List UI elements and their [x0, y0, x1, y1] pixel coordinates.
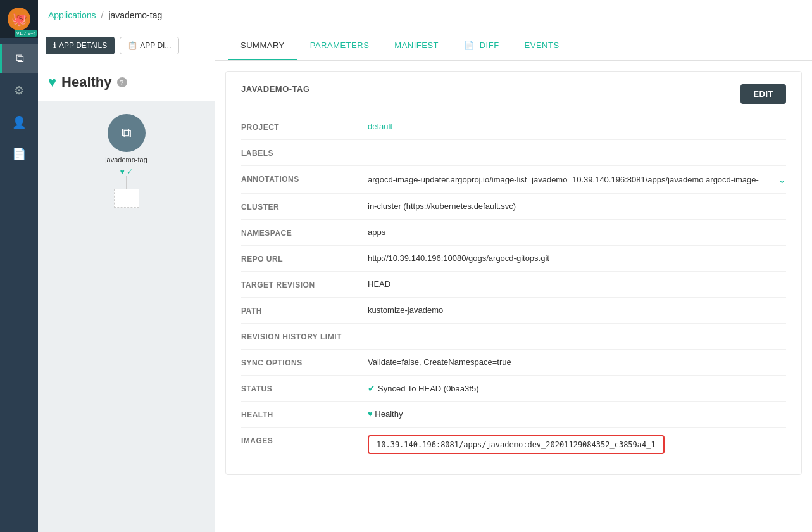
sync-check-icon: ✔: [368, 383, 375, 393]
summary-card: JAVADEMO-TAG EDIT PROJECT default LABELS: [225, 71, 802, 475]
tab-manifest[interactable]: MANIFEST: [382, 30, 451, 60]
health-text: Healthy: [61, 74, 111, 91]
label-namespace: NAMESPACE: [241, 227, 368, 238]
partial-resource-box: [114, 189, 139, 208]
detail-row-repo-url: REPO URL http://10.39.140.196:10080/gogs…: [241, 246, 786, 272]
tab-diff[interactable]: 📄 DIFF: [451, 30, 512, 60]
health-section: ♥ Healthy ?: [38, 61, 215, 101]
value-path: kustomize-javademo: [368, 305, 786, 315]
diff-tab-icon: 📄: [464, 41, 475, 50]
detail-row-target-revision: TARGET REVISION HEAD: [241, 272, 786, 298]
value-annotations: argocd-image-updater.argoproj.io/image-l…: [368, 174, 786, 186]
detail-row-sync-options: SYNC OPTIONS Validate=false, CreateNames…: [241, 350, 786, 376]
sidebar-item-settings[interactable]: ⚙: [0, 76, 38, 104]
label-repo-url: REPO URL: [241, 253, 368, 263]
health-heart-icon: ♥: [368, 409, 375, 419]
logo-area: 🐙 v1.7.9+f: [0, 0, 38, 38]
left-panel-header: ℹ APP DETAILS 📋 APP DI...: [38, 30, 215, 61]
label-project: PROJECT: [241, 122, 368, 132]
sidebar-nav: ⧉ ⚙ 👤 📄: [0, 38, 38, 168]
info-icon: ℹ: [53, 41, 56, 50]
detail-row-revision-history-limit: REVISION HISTORY LIMIT: [241, 324, 786, 350]
app-node-status: ♥ ✓: [120, 167, 132, 176]
label-health: HEALTH: [241, 409, 368, 419]
heart-icon: ♥: [48, 74, 56, 91]
main-area: Applications / javademo-tag ℹ APP DETAIL…: [38, 0, 812, 532]
app-node-label: javademo-tag: [105, 156, 147, 163]
detail-row-namespace: NAMESPACE apps: [241, 220, 786, 246]
summary-content: JAVADEMO-TAG EDIT PROJECT default LABELS: [215, 61, 812, 532]
tab-parameters[interactable]: PARAMETERS: [297, 30, 382, 60]
left-panel: ℹ APP DETAILS 📋 APP DI... ♥ Healthy ? ⧉: [38, 30, 215, 532]
label-annotations: ANNOTATIONS: [241, 174, 368, 184]
tabs-bar: SUMMARY PARAMETERS MANIFEST 📄 DIFF EVENT…: [215, 30, 812, 61]
sidebar-item-applications[interactable]: ⧉: [0, 44, 38, 73]
sidebar-item-docs[interactable]: 📄: [0, 139, 38, 168]
diff-icon: 📋: [128, 41, 137, 50]
label-labels: LABELS: [241, 148, 368, 158]
label-target-revision: TARGET REVISION: [241, 279, 368, 289]
help-icon[interactable]: ?: [117, 77, 127, 87]
value-repo-url: http://10.39.140.196:10080/gogs/argocd-g…: [368, 253, 786, 263]
tab-summary[interactable]: SUMMARY: [228, 30, 297, 60]
breadcrumb-current: javademo-tag: [108, 10, 162, 20]
version-badge: v1.7.9+f: [15, 30, 37, 37]
label-sync-options: SYNC OPTIONS: [241, 357, 368, 367]
label-path: PATH: [241, 305, 368, 315]
top-bar: Applications / javademo-tag: [38, 0, 812, 30]
user-icon: 👤: [12, 115, 26, 129]
detail-row-status: STATUS ✔ Synced To HEAD (0baa3f5): [241, 376, 786, 402]
sidebar-item-user[interactable]: 👤: [0, 108, 38, 136]
label-cluster: CLUSTER: [241, 201, 368, 212]
right-panel: SUMMARY PARAMETERS MANIFEST 📄 DIFF EVENT…: [215, 30, 812, 532]
breadcrumb-applications-link[interactable]: Applications: [48, 10, 96, 20]
content-area: ℹ APP DETAILS 📋 APP DI... ♥ Healthy ? ⧉: [38, 30, 812, 532]
detail-row-health: HEALTH ♥ Healthy: [241, 402, 786, 428]
value-target-revision: HEAD: [368, 279, 786, 289]
app-logo: 🐙: [8, 8, 30, 30]
node-heart-icon: ♥: [120, 167, 124, 176]
sidebar: 🐙 v1.7.9+f ⧉ ⚙ 👤 📄: [0, 0, 38, 532]
images-value-box: 10.39.140.196:8081/apps/javademo:dev_202…: [368, 435, 665, 454]
value-status: ✔ Synced To HEAD (0baa3f5): [368, 383, 786, 393]
breadcrumb: Applications / javademo-tag: [48, 10, 162, 20]
value-health: ♥ Healthy: [368, 409, 786, 419]
detail-row-project: PROJECT default: [241, 114, 786, 140]
detail-row-cluster: CLUSTER in-cluster (https://kubernetes.d…: [241, 194, 786, 220]
label-status: STATUS: [241, 383, 368, 393]
node-check-icon: ✓: [127, 167, 133, 176]
label-images: IMAGES: [241, 435, 368, 445]
value-sync-options: Validate=false, CreateNamespace=true: [368, 357, 786, 367]
connector-line: [126, 176, 127, 189]
settings-icon: ⚙: [14, 84, 24, 98]
status-text: Synced To HEAD (0baa3f5): [378, 384, 478, 393]
detail-row-path: PATH kustomize-javademo: [241, 298, 786, 324]
app-graph-area: ⧉ javademo-tag ♥ ✓: [38, 101, 215, 532]
layers-icon: ⧉: [16, 52, 24, 65]
edit-button[interactable]: EDIT: [740, 84, 786, 104]
tab-events[interactable]: EVENTS: [512, 30, 572, 60]
label-revision-history-limit: REVISION HISTORY LIMIT: [241, 331, 368, 341]
health-label-area: ♥ Healthy ?: [48, 74, 204, 91]
synced-badge: ✔ Synced To HEAD (0baa3f5): [368, 383, 786, 393]
app-node-circle[interactable]: ⧉: [108, 114, 146, 152]
app-details-button[interactable]: ℹ APP DETAILS: [46, 37, 115, 54]
docs-icon: 📄: [12, 147, 26, 161]
breadcrumb-separator: /: [101, 10, 104, 20]
app-diff-button[interactable]: 📋 APP DI...: [120, 37, 179, 54]
detail-row-labels: LABELS: [241, 140, 786, 166]
value-cluster: in-cluster (https://kubernetes.default.s…: [368, 201, 786, 211]
value-images: 10.39.140.196:8081/apps/javademo:dev_202…: [368, 435, 786, 454]
detail-row-annotations: ANNOTATIONS argocd-image-updater.argopro…: [241, 166, 786, 194]
annotations-text: argocd-image-updater.argoproj.io/image-l…: [368, 175, 759, 184]
app-node: ⧉ javademo-tag ♥ ✓: [105, 114, 147, 176]
value-namespace: apps: [368, 227, 786, 237]
chevron-down-icon[interactable]: ⌄: [778, 174, 786, 186]
card-title: JAVADEMO-TAG: [241, 84, 310, 94]
detail-row-images: IMAGES 10.39.140.196:8081/apps/javademo:…: [241, 428, 786, 462]
value-project[interactable]: default: [368, 122, 786, 131]
